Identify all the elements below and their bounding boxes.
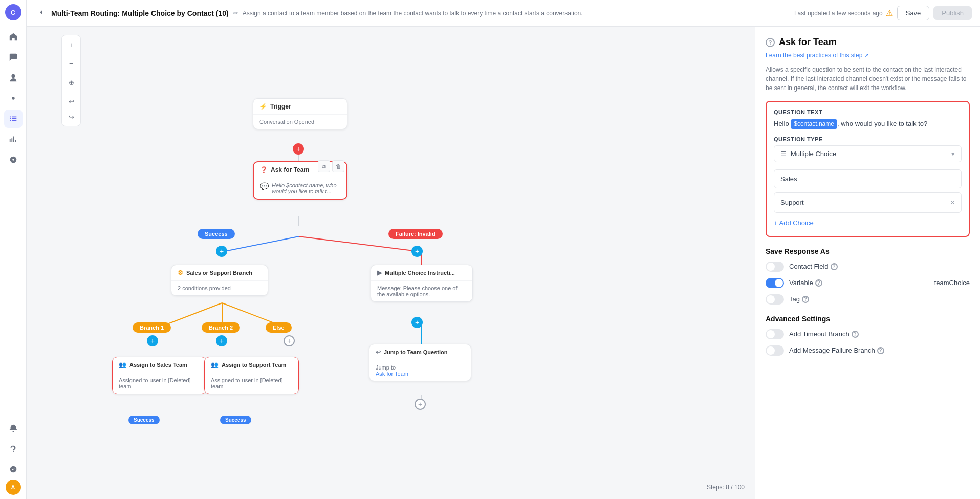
trigger-node: ⚡ Trigger Conversation Opened — [253, 98, 347, 129]
assign-sales-node[interactable]: 👥 Assign to Sales Team Assigned to user … — [112, 357, 207, 394]
tag-row: Tag ? — [766, 294, 970, 305]
assign-support-success-tag: Success — [220, 416, 251, 424]
jump-header: ↩ Jump to Team Question — [369, 344, 471, 360]
zoom-out-button[interactable]: − — [64, 56, 78, 71]
choice-support[interactable]: Support × — [774, 192, 962, 213]
panel-title: ? Ask for Team — [766, 37, 970, 48]
tag-info[interactable]: ? — [802, 296, 809, 303]
add-success-branch[interactable]: + — [216, 246, 227, 257]
question-type-select[interactable]: ☰ Multiple Choice ▾ — [774, 145, 962, 162]
header: Multi-Team Routing: Multiple Choice by C… — [27, 0, 980, 27]
add-after-jump[interactable]: + — [415, 399, 426, 410]
timeout-branch-row: Add Timeout Branch ? — [766, 329, 970, 339]
question-type-label: Question Type — [774, 136, 962, 142]
external-link-icon: ↗ — [864, 52, 869, 59]
add-else[interactable]: + — [284, 335, 295, 346]
contact-field-toggle[interactable] — [766, 262, 784, 272]
jump-team-node[interactable]: ↩ Jump to Team Question Jump to Ask for … — [369, 344, 471, 381]
nav-help[interactable] — [4, 440, 23, 458]
mc-body: Message: Please choose one of the availa… — [371, 281, 472, 301]
variable-toggle[interactable] — [766, 278, 784, 288]
tag-label: Tag ? — [789, 295, 809, 303]
back-button[interactable] — [35, 6, 47, 20]
right-panel: ? Ask for Team Learn the best practices … — [755, 27, 980, 499]
choice-sales[interactable]: Sales — [774, 169, 962, 188]
jump-link[interactable]: Ask for Team — [376, 371, 408, 377]
multiple-choice-node[interactable]: ▶ Multiple Choice Instructi... Message: … — [371, 265, 473, 302]
assign-sales-success-tag: Success — [128, 416, 160, 424]
nav-logo: C — [5, 4, 21, 20]
ask-for-team-node[interactable]: ⧉ 🗑 ❓ Ask for Team 💬 Hello $contact.name… — [253, 161, 347, 200]
contact-field-info[interactable]: ? — [831, 263, 838, 270]
assign-support-icon: 👥 — [211, 361, 219, 368]
edit-title-icon[interactable]: ✏ — [233, 9, 238, 17]
message-failure-info[interactable]: ? — [877, 347, 884, 354]
add-failure-branch[interactable]: + — [411, 246, 423, 257]
mc-header: ▶ Multiple Choice Instructi... — [371, 265, 472, 281]
nav-chat[interactable] — [4, 48, 23, 67]
variable-info[interactable]: ? — [815, 279, 822, 287]
jump-icon: ↩ — [376, 349, 381, 356]
nav-contacts[interactable] — [4, 69, 23, 87]
fit-button[interactable]: ⊕ — [64, 75, 78, 90]
redo-button[interactable]: ↪ — [64, 110, 78, 124]
else-tag: Else — [266, 322, 292, 333]
timeout-branch-toggle[interactable] — [766, 329, 784, 339]
left-sidebar: C A — [0, 0, 27, 499]
copy-node-button[interactable]: ⧉ — [318, 160, 330, 172]
assign-support-node[interactable]: 👥 Assign to Support Team Assigned to use… — [204, 357, 299, 394]
flow-connections — [53, 27, 755, 499]
delete-node-button[interactable]: 🗑 — [332, 160, 344, 172]
question-text-content: Hello $contact.name, who would you like … — [774, 119, 962, 129]
add-after-trigger[interactable]: + — [293, 143, 304, 155]
contact-name-chip: $contact.name — [791, 119, 837, 129]
remove-support-choice[interactable]: × — [950, 198, 955, 207]
canvas-area: + − ⊕ ↩ ↪ ⚡ Trigger Conver — [53, 27, 755, 499]
nav-reports[interactable] — [4, 130, 23, 148]
add-choice-button[interactable]: + Add Choice — [774, 217, 814, 229]
add-after-mc[interactable]: + — [411, 317, 423, 328]
timeout-info[interactable]: ? — [852, 331, 859, 338]
branch-body: 2 conditions provided — [171, 281, 268, 295]
sales-support-branch-node[interactable]: ⚙ Sales or Support Branch 2 conditions p… — [171, 265, 268, 296]
undo-button[interactable]: ↩ — [64, 94, 78, 109]
trigger-body[interactable]: Conversation Opened — [253, 115, 347, 129]
canvas-tools: + − ⊕ ↩ ↪ — [61, 35, 81, 126]
tag-toggle[interactable] — [766, 294, 784, 305]
mc-icon: ▶ — [377, 269, 382, 276]
failure-tag: Failure: Invalid — [388, 229, 443, 239]
message-failure-row: Add Message Failure Branch ? — [766, 345, 970, 356]
panel-description: Allows a specific question to be sent to… — [766, 65, 970, 93]
nav-home[interactable] — [4, 28, 23, 46]
help-circle-icon[interactable]: ? — [766, 38, 775, 47]
trigger-lightning-icon: ⚡ — [259, 103, 267, 110]
zoom-in-button[interactable]: + — [64, 37, 78, 52]
svg-line-3 — [222, 236, 299, 252]
timeout-branch-label: Add Timeout Branch ? — [789, 330, 859, 338]
message-failure-toggle[interactable] — [766, 345, 784, 356]
nav-user-avatar[interactable]: A — [6, 480, 21, 495]
nav-broadcast[interactable] — [4, 89, 23, 107]
variable-value: teamChoice — [934, 279, 970, 287]
nav-notifications[interactable] — [4, 419, 23, 438]
branch-icon: ⚙ — [178, 269, 183, 276]
jump-body: Jump to Ask for Team — [369, 360, 471, 381]
nav-workflows[interactable] — [4, 110, 23, 128]
nav-checkmark[interactable] — [4, 460, 23, 479]
warning-icon: ⚠ — [886, 8, 893, 18]
nav-bottom: A — [4, 418, 23, 495]
assign-support-body: Assigned to user in [Deleted] team — [205, 373, 298, 394]
chevron-down-icon: ▾ — [951, 150, 955, 158]
advanced-settings-title: Advanced Settings — [766, 315, 970, 323]
variable-row: Variable ? teamChoice — [766, 278, 970, 288]
add-branch1[interactable]: + — [147, 335, 158, 346]
add-branch2[interactable]: + — [216, 335, 227, 346]
question-text-label: Question Text — [774, 109, 962, 115]
ask-team-body: 💬 Hello $contact.name, who would you lik… — [254, 178, 346, 199]
publish-button[interactable]: Publish — [933, 6, 972, 20]
message-failure-label: Add Message Failure Branch ? — [789, 346, 884, 354]
workflow-title: Multi-Team Routing: Multiple Choice by C… — [51, 9, 229, 17]
nav-settings[interactable] — [4, 150, 23, 169]
best-practices-link[interactable]: Learn the best practices of this step ↗ — [766, 52, 970, 59]
save-button[interactable]: Save — [897, 6, 930, 20]
